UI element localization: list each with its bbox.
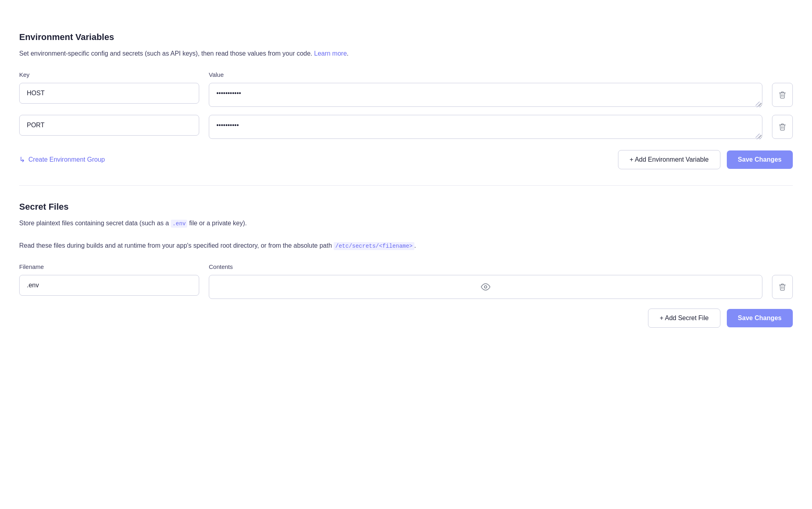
sf-field-headers: Filename Contents: [19, 263, 793, 270]
env-desc-end: .: [347, 50, 348, 57]
filename-input-wrapper: [19, 275, 199, 299]
trash-icon: [778, 91, 786, 99]
contents-label: Contents: [209, 263, 793, 270]
filename-input[interactable]: [19, 275, 199, 296]
save-changes-env-button[interactable]: Save Changes: [727, 150, 793, 169]
eye-icon: [481, 282, 490, 292]
sf-desc2-end: .: [414, 242, 416, 249]
sf-desc2-code: /etc/secrets/<filename>: [334, 242, 414, 250]
add-secret-file-label: + Add Secret File: [660, 315, 708, 322]
host-value-wrapper: •••••••••••: [209, 83, 762, 108]
delete-secret-file-button[interactable]: [772, 275, 793, 299]
add-env-variable-button[interactable]: + Add Environment Variable: [618, 150, 720, 169]
contents-toggle-visibility[interactable]: [209, 275, 762, 299]
sf-desc1-start: Store plaintext files containing secret …: [19, 220, 171, 226]
secret-file-row: [19, 275, 793, 299]
save-changes-sf-label: Save Changes: [738, 315, 782, 322]
value-label: Value: [209, 71, 793, 78]
env-section-title: Environment Variables: [19, 32, 793, 42]
port-value-textarea[interactable]: ••••••••••: [209, 115, 762, 139]
env-variables-section: Environment Variables Set environment-sp…: [19, 16, 793, 185]
sf-desc1-end: file or a private key).: [187, 220, 247, 226]
create-env-group-link[interactable]: ↳ Create Environment Group: [19, 155, 105, 164]
save-changes-env-label: Save Changes: [738, 156, 782, 163]
learn-more-link[interactable]: Learn more: [314, 50, 347, 57]
redirect-icon: ↳: [19, 155, 25, 164]
secret-files-title: Secret Files: [19, 202, 793, 212]
add-env-variable-label: + Add Environment Variable: [630, 156, 709, 163]
port-key-wrapper: [19, 115, 199, 140]
delete-host-button[interactable]: [772, 83, 793, 107]
env-section-description: Set environment-specific config and secr…: [19, 49, 793, 58]
secret-files-desc1: Store plaintext files containing secret …: [19, 218, 793, 228]
sf-desc2-start: Read these files during builds and at ru…: [19, 242, 334, 249]
sf-desc1-code: .env: [171, 220, 188, 228]
save-changes-sf-button[interactable]: Save Changes: [727, 309, 793, 327]
trash-icon: [778, 123, 786, 131]
env-field-headers: Key Value: [19, 71, 793, 78]
host-key-input[interactable]: [19, 83, 199, 104]
contents-input-wrapper: [209, 275, 762, 299]
port-value-wrapper: ••••••••••: [209, 115, 762, 140]
svg-point-0: [484, 286, 487, 288]
resize-handle-port: [756, 134, 761, 139]
delete-port-button[interactable]: [772, 115, 793, 139]
port-key-input[interactable]: [19, 115, 199, 136]
env-row-port: ••••••••••: [19, 115, 793, 140]
host-key-wrapper: [19, 83, 199, 108]
resize-handle: [756, 102, 761, 107]
add-secret-file-button[interactable]: + Add Secret File: [648, 309, 720, 328]
env-desc-start: Set environment-specific config and secr…: [19, 50, 314, 57]
host-value-textarea[interactable]: •••••••••••: [209, 83, 762, 107]
env-section-actions: ↳ Create Environment Group + Add Environ…: [19, 150, 793, 169]
sf-section-actions: + Add Secret File Save Changes: [19, 309, 793, 328]
create-env-group-label: Create Environment Group: [28, 156, 105, 163]
secret-files-section: Secret Files Store plaintext files conta…: [19, 186, 793, 344]
filename-label: Filename: [19, 263, 199, 270]
trash-icon: [778, 283, 786, 291]
key-label: Key: [19, 71, 199, 78]
env-row-host: •••••••••••: [19, 83, 793, 108]
secret-files-desc2: Read these files during builds and at ru…: [19, 241, 793, 250]
sf-actions-right: + Add Secret File Save Changes: [648, 309, 793, 328]
env-actions-right: + Add Environment Variable Save Changes: [618, 150, 793, 169]
